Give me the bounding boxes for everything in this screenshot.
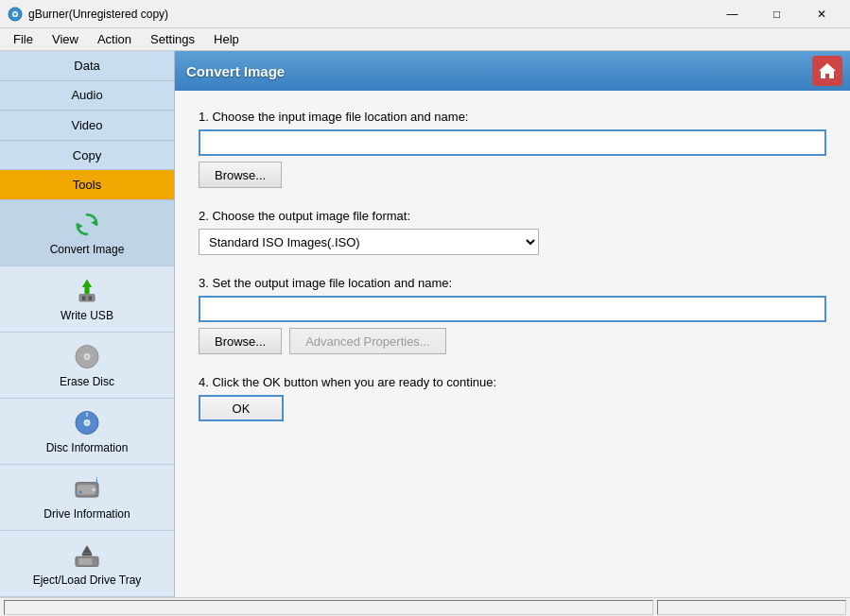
step-4-label: 4. Click the OK button when you are read…	[199, 375, 826, 389]
sidebar-tab-audio[interactable]: Audio	[0, 81, 174, 111]
write-usb-icon	[70, 276, 104, 305]
sidebar-tab-video[interactable]: Video	[0, 111, 174, 141]
home-icon[interactable]	[812, 56, 842, 86]
status-left	[4, 600, 653, 615]
home-svg-icon	[817, 60, 838, 81]
form-body: 1. Choose the input image file location …	[175, 91, 850, 597]
sidebar-tool-disc-information[interactable]: i Disc Information	[0, 399, 174, 465]
sidebar-tool-erase-disc[interactable]: Erase Disc	[0, 333, 174, 399]
sidebar-tool-eject-load-drive-tray[interactable]: Eject/Load Drive Tray	[0, 531, 174, 597]
content-title: Convert Image	[186, 63, 285, 79]
app-title: gBurner(Unregistered copy)	[28, 8, 711, 21]
output-format-select[interactable]: Standard ISO Images(.ISO)	[199, 229, 539, 255]
sidebar-tab-tools[interactable]: Tools	[0, 170, 174, 200]
svg-rect-9	[89, 296, 92, 299]
svg-rect-23	[78, 558, 92, 565]
sidebar-tab-copy[interactable]: Copy	[0, 141, 174, 171]
erase-disc-icon	[70, 342, 104, 371]
erase-disc-label: Erase Disc	[60, 375, 114, 388]
svg-point-2	[14, 12, 17, 15]
ok-button[interactable]: OK	[199, 395, 284, 421]
step-3: 3. Set the output image file location an…	[199, 276, 826, 354]
content-header: Convert Image	[175, 51, 850, 91]
sidebar-tab-data[interactable]: Data	[0, 51, 174, 81]
menu-action[interactable]: Action	[88, 28, 141, 50]
status-bar	[0, 597, 850, 616]
step-3-label: 3. Set the output image file location an…	[199, 276, 826, 290]
eject-icon	[70, 540, 104, 570]
menu-help[interactable]: Help	[204, 28, 249, 50]
svg-marker-5	[82, 279, 92, 287]
menu-file[interactable]: File	[4, 28, 43, 50]
menu-bar: File View Action Settings Help	[0, 28, 850, 51]
step-1-label: 1. Choose the input image file location …	[199, 110, 826, 124]
convert-image-label: Convert Image	[50, 243, 125, 256]
minimize-button[interactable]: —	[711, 1, 754, 27]
step-2-label: 2. Choose the output image file format:	[199, 209, 826, 223]
svg-point-20	[78, 490, 81, 493]
svg-marker-3	[91, 219, 96, 226]
step-2: 2. Choose the output image file format: …	[199, 209, 826, 255]
write-usb-label: Write USB	[61, 309, 113, 322]
sidebar-tool-write-usb[interactable]: Write USB	[0, 266, 174, 333]
app-body: Data Audio Video Copy Tools Convert Imag…	[0, 51, 850, 597]
sidebar-tool-convert-image[interactable]: Convert Image	[0, 200, 174, 266]
disc-information-label: Disc Information	[46, 441, 129, 454]
svg-marker-24	[82, 545, 92, 554]
svg-point-12	[85, 355, 88, 358]
eject-load-drive-tray-label: Eject/Load Drive Tray	[33, 573, 142, 587]
window-controls: — □ ✕	[711, 1, 842, 27]
close-button[interactable]: ✕	[800, 1, 842, 27]
step-4: 4. Click the OK button when you are read…	[199, 375, 826, 421]
browse-output-button[interactable]: Browse...	[199, 328, 282, 354]
svg-rect-8	[82, 296, 85, 299]
sidebar: Data Audio Video Copy Tools Convert Imag…	[0, 51, 175, 597]
drive-information-icon: i	[70, 474, 104, 504]
svg-text:i: i	[86, 411, 88, 418]
convert-image-icon	[70, 210, 104, 239]
svg-marker-4	[78, 223, 83, 230]
browse-input-button[interactable]: Browse...	[199, 162, 282, 188]
step-1: 1. Choose the input image file location …	[199, 110, 826, 188]
input-image-path[interactable]	[199, 129, 826, 156]
step-4-buttons: OK	[199, 395, 826, 421]
drive-information-label: Drive Information	[43, 507, 130, 521]
svg-rect-25	[82, 554, 92, 556]
svg-text:i: i	[95, 476, 97, 486]
menu-view[interactable]: View	[43, 28, 88, 50]
menu-settings[interactable]: Settings	[141, 28, 204, 50]
disc-information-icon: i	[70, 408, 104, 437]
svg-point-19	[91, 488, 95, 492]
sidebar-tool-drive-information[interactable]: i Drive Information	[0, 465, 174, 531]
advanced-properties-button[interactable]: Advanced Properties...	[289, 328, 446, 354]
title-bar: gBurner(Unregistered copy) — □ ✕	[0, 0, 850, 28]
svg-rect-7	[78, 294, 95, 302]
svg-point-15	[85, 421, 88, 424]
maximize-button[interactable]: □	[755, 1, 798, 27]
step-1-buttons: Browse...	[199, 162, 826, 188]
main-content: Convert Image 1. Choose the input image …	[175, 51, 850, 597]
status-right	[657, 600, 846, 615]
svg-marker-26	[819, 63, 836, 78]
svg-rect-6	[84, 287, 89, 294]
step-3-buttons: Browse... Advanced Properties...	[199, 328, 826, 354]
app-icon	[8, 7, 23, 22]
output-image-path[interactable]	[199, 296, 826, 322]
